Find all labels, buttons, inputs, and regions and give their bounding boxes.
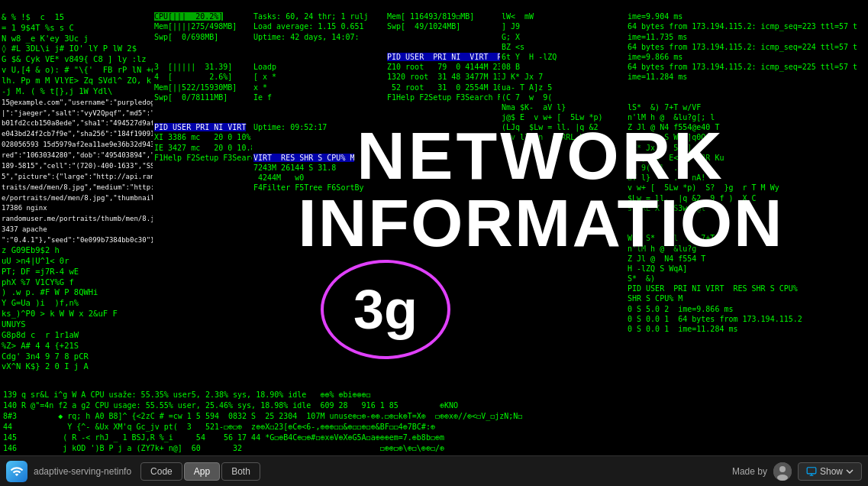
tab-group: Code App Both <box>140 462 260 481</box>
app-icon <box>6 461 27 482</box>
network-type-circle: 3g <box>321 260 450 359</box>
svg-rect-3 <box>807 467 816 473</box>
expand-icon <box>846 468 853 475</box>
stats-line-4: 44 Y {^- &Ux XM'q Gc_jv pt( 3 521-◻⊕◻⊕ z… <box>3 422 865 433</box>
terminal-col5: lW< mW ] J9 G; X BZ <s 6t Y H -lZQ 08 B … <box>500 0 626 455</box>
terminal-col1: & % !$ c 15 = 1 9$4T %s s C N w8 _e K'ey… <box>0 0 153 455</box>
terminal-col3: Tasks: 60, 24 thr; 1 rulj Load average: … <box>252 0 386 455</box>
show-icon <box>806 466 817 477</box>
wifi-icon <box>10 465 24 478</box>
made-by-label: Made by <box>732 466 767 477</box>
stats-line-6: 146 j kOD ')B P j a (ZY7k+ n@] 60 32 ◻⊕⊕… <box>3 443 865 454</box>
bottom-stats-bar: 139 q sr&L i^g W A CPU usaže: 55.35% use… <box>0 390 868 454</box>
tab-code[interactable]: Code <box>140 462 182 481</box>
show-label: Show <box>820 466 843 477</box>
svg-point-2 <box>777 475 788 481</box>
avatar-icon <box>773 462 792 481</box>
stats-line-3: 8#3 ◆ rq; h A0 B8]^ {<2zC # =cw 1 5 594 … <box>3 411 865 422</box>
stats-line-2: 140 R @"=4n f2 a g2 CPU usage: 55.55% us… <box>3 400 865 411</box>
app-name-label: adaptive-serving-netinfo <box>34 466 131 477</box>
svg-point-1 <box>779 466 786 472</box>
stats-line-5: 145 ( R -< rhJ _ 1 BSJ,R %_i 54 56 17 44… <box>3 433 865 443</box>
terminal-col6: ime=9.904 ms 64 bytes from 173.194.115.2… <box>626 0 868 455</box>
terminal-col4: Mem[ 116493/819◻MB] Swp[ 49/1024MB] PID … <box>386 0 500 455</box>
tab-app[interactable]: App <box>184 462 220 481</box>
avatar <box>773 462 792 481</box>
stats-line-1: 139 q sr&L i^g W A CPU usaže: 55.35% use… <box>3 390 865 400</box>
toolbar: adaptive-serving-netinfo Code App Both M… <box>0 455 868 486</box>
terminal-col2: CPU[||| 20.2%] Mem[||||275/498MB] Swp[ 0… <box>153 0 252 455</box>
network-type-label: 3g <box>353 278 418 341</box>
right-section: Made by Show <box>732 462 862 481</box>
tab-both[interactable]: Both <box>221 462 260 481</box>
show-button[interactable]: Show <box>798 462 862 481</box>
terminal-background: & % !$ c 15 = 1 9$4T %s s C N w8 _e K'ey… <box>0 0 868 455</box>
